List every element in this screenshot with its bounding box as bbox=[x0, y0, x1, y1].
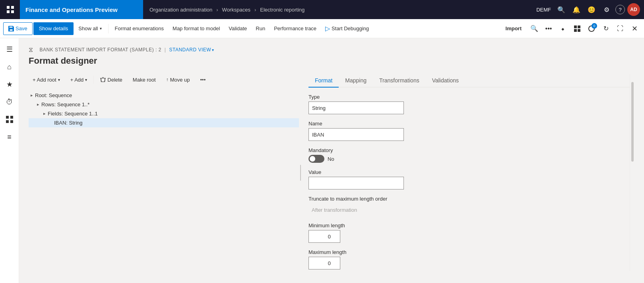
tree-item-rows[interactable]: ▸ Rows: Sequence 1..* bbox=[29, 100, 299, 109]
max-length-group: Maximum length bbox=[308, 249, 630, 269]
collapse-icon: ▸ bbox=[29, 93, 35, 98]
show-all-button[interactable]: Show all ▾ bbox=[74, 22, 105, 35]
truncate-group: Truncate to maximum length order After t… bbox=[308, 196, 630, 216]
chevron-icon: › bbox=[254, 7, 256, 13]
toolbar-more-icon[interactable]: ••• bbox=[542, 22, 555, 35]
mandatory-value: No bbox=[328, 156, 334, 162]
toolbar: Save Show details Show all ▾ Format enum… bbox=[0, 19, 644, 38]
tree-items: ▸ Root: Sequence ▸ Rows: Sequence 1..* ▸… bbox=[29, 91, 299, 127]
chevron-down-icon: ▾ bbox=[58, 78, 60, 82]
tab-transformations[interactable]: Transformations bbox=[373, 74, 426, 88]
filter-icon[interactable]: ⧖ bbox=[29, 46, 33, 53]
toolbar-right: Import 🔍 ••• ⬥ 0 ↻ ⛶ ✕ bbox=[501, 22, 641, 35]
tab-format[interactable]: Format bbox=[308, 74, 339, 88]
show-details-button[interactable]: Show details bbox=[33, 22, 74, 35]
page-breadcrumb: ⧖ BANK STATEMENT IMPORT FORMAT (SAMPLE) … bbox=[29, 46, 634, 53]
chevron-down-icon: ▾ bbox=[212, 48, 214, 52]
sidebar-icon-star[interactable]: ★ bbox=[2, 76, 17, 92]
tree-sep bbox=[93, 76, 94, 84]
toolbar-expand-icon[interactable]: ⛶ bbox=[614, 22, 627, 35]
designer-panel: + Add root ▾ + Add ▾ Delete Make root bbox=[29, 74, 634, 271]
more-options-button[interactable]: ••• bbox=[196, 74, 210, 85]
emoji-icon[interactable]: 😊 bbox=[585, 3, 598, 16]
tree-item-fields[interactable]: ▸ Fields: Sequence 1..1 bbox=[29, 109, 299, 118]
svg-rect-4 bbox=[574, 25, 577, 28]
panel-divider[interactable] bbox=[299, 74, 302, 271]
mandatory-label: Mandatory bbox=[308, 147, 630, 153]
tree-item-label: Fields: Sequence 1..1 bbox=[48, 111, 297, 117]
vertical-scrollbar[interactable] bbox=[630, 74, 634, 271]
value-label: Value bbox=[308, 169, 630, 175]
toolbar-diamond-icon[interactable]: ⬥ bbox=[557, 22, 569, 35]
performance-trace-button[interactable]: Performance trace bbox=[270, 22, 320, 35]
move-up-button[interactable]: ↑ Move up bbox=[162, 74, 194, 85]
make-root-button[interactable]: Make root bbox=[129, 74, 160, 85]
svg-rect-9 bbox=[10, 116, 13, 119]
value-group: Value bbox=[308, 169, 630, 189]
search-icon[interactable]: 🔍 bbox=[555, 3, 568, 16]
truncate-input[interactable]: After transformation bbox=[308, 203, 404, 216]
toolbar-layout-icon[interactable] bbox=[571, 22, 584, 35]
svg-rect-11 bbox=[10, 120, 13, 123]
toolbar-badge-icon[interactable]: 0 bbox=[585, 22, 598, 35]
main-layout: ☰ ⌂ ★ ⏱ ≡ ⧖ BANK STATEMENT IMPORT FORMAT… bbox=[0, 38, 644, 283]
name-input[interactable] bbox=[308, 128, 404, 141]
sidebar-icon-list[interactable]: ≡ bbox=[2, 129, 17, 145]
toolbar-refresh-icon[interactable]: ↻ bbox=[599, 22, 612, 35]
sidebar-icon-hamburger[interactable]: ☰ bbox=[2, 41, 17, 57]
sidebar-icon-grid[interactable] bbox=[2, 111, 17, 127]
svg-rect-0 bbox=[7, 6, 10, 9]
view-select[interactable]: Standard view ▾ bbox=[169, 47, 214, 53]
mandatory-toggle[interactable] bbox=[308, 155, 324, 163]
tree-item-label: Rows: Sequence 1..* bbox=[41, 101, 297, 107]
collapse-icon: ▸ bbox=[35, 102, 41, 107]
notification-icon[interactable]: 🔔 bbox=[570, 3, 583, 16]
app-grid-icon[interactable] bbox=[4, 3, 17, 16]
top-breadcrumb: Organization administration › Workspaces… bbox=[147, 7, 536, 13]
left-sidebar: ☰ ⌂ ★ ⏱ ≡ bbox=[0, 38, 19, 283]
toggle-group: No bbox=[308, 155, 630, 163]
delete-button[interactable]: Delete bbox=[96, 74, 126, 85]
tab-mapping[interactable]: Mapping bbox=[339, 74, 373, 88]
tab-validations[interactable]: Validations bbox=[426, 74, 465, 88]
save-button[interactable]: Save bbox=[3, 22, 33, 35]
validate-button[interactable]: Validate bbox=[225, 22, 251, 35]
settings-icon[interactable]: ⚙ bbox=[600, 3, 613, 16]
collapse-icon: ▸ bbox=[41, 111, 48, 116]
avatar[interactable]: AD bbox=[627, 3, 640, 16]
help-icon[interactable]: ? bbox=[615, 5, 625, 14]
start-debugging-button[interactable]: ▷ Start Debugging bbox=[321, 22, 373, 35]
svg-rect-6 bbox=[574, 29, 577, 32]
props-tabs: Format Mapping Transformations Validatio… bbox=[308, 74, 630, 88]
min-length-input[interactable] bbox=[308, 230, 340, 243]
env-label: DEMF bbox=[536, 7, 551, 13]
scrollbar-thumb bbox=[631, 82, 634, 162]
toolbar-search-icon[interactable]: 🔍 bbox=[528, 22, 541, 35]
content-area: ⧖ BANK STATEMENT IMPORT FORMAT (SAMPLE) … bbox=[19, 38, 644, 283]
format-enumerations-button[interactable]: Format enumerations bbox=[111, 22, 168, 35]
tree-item-iban[interactable]: IBAN: String bbox=[29, 118, 299, 127]
chevron-icon: › bbox=[216, 7, 218, 13]
sidebar-icon-home[interactable]: ⌂ bbox=[2, 59, 17, 75]
type-group: Type bbox=[308, 94, 630, 114]
type-input[interactable] bbox=[308, 101, 404, 114]
toolbar-close-icon[interactable]: ✕ bbox=[628, 22, 641, 35]
value-input[interactable] bbox=[308, 177, 404, 189]
svg-rect-2 bbox=[7, 10, 10, 13]
svg-rect-3 bbox=[11, 10, 14, 13]
svg-rect-10 bbox=[6, 120, 9, 123]
add-button[interactable]: + Add ▾ bbox=[66, 74, 91, 85]
run-button[interactable]: Run bbox=[252, 22, 269, 35]
sidebar-icon-clock[interactable]: ⏱ bbox=[2, 94, 17, 110]
svg-rect-1 bbox=[11, 6, 14, 9]
chevron-down-icon: ▾ bbox=[85, 78, 87, 82]
tree-toolbar: + Add root ▾ + Add ▾ Delete Make root bbox=[29, 74, 299, 85]
page-title: Format designer bbox=[29, 56, 634, 66]
tree-item-root[interactable]: ▸ Root: Sequence bbox=[29, 91, 299, 100]
map-format-button[interactable]: Map format to model bbox=[169, 22, 224, 35]
max-length-label: Maximum length bbox=[308, 249, 630, 255]
add-root-button[interactable]: + Add root ▾ bbox=[29, 74, 64, 85]
min-length-label: Minimum length bbox=[308, 222, 630, 228]
import-button[interactable]: Import bbox=[501, 22, 526, 35]
max-length-input[interactable] bbox=[308, 257, 340, 269]
